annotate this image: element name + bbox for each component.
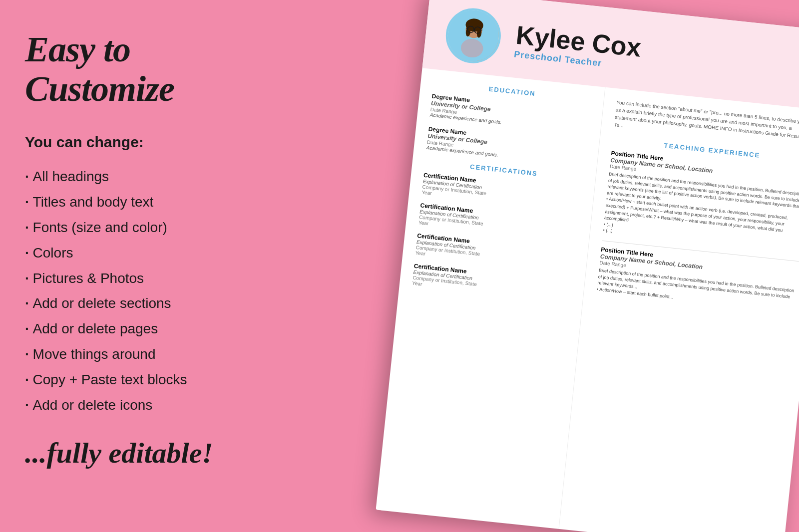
resume-container: Kylee Cox Preschool Teacher EDUCATION De… xyxy=(376,0,799,532)
change-list-item: Add or delete icons xyxy=(25,394,255,417)
resume-document: Kylee Cox Preschool Teacher EDUCATION De… xyxy=(376,0,799,532)
avatar xyxy=(443,5,503,66)
teaching-entry-2: Position Title Here Company Name or Scho… xyxy=(596,246,799,313)
change-list-item: Copy + Paste text blocks xyxy=(25,369,255,391)
change-list-item: All headings xyxy=(25,166,255,188)
left-panel: Easy to Customize You can change: All he… xyxy=(0,0,280,532)
change-list-item: Fonts (size and color) xyxy=(25,217,255,239)
change-list-item: Pictures & Photos xyxy=(25,267,255,290)
change-list-item: Colors xyxy=(25,242,255,265)
change-list-item: Add or delete sections xyxy=(25,292,255,315)
change-list-item: Add or delete pages xyxy=(25,318,255,340)
resume-body: EDUCATION Degree Name University or Coll… xyxy=(376,68,799,532)
change-list-item: Move things around xyxy=(25,343,255,366)
fully-editable-label: ...fully editable! xyxy=(25,436,255,470)
change-list: All headingsTitles and body textFonts (s… xyxy=(25,166,255,416)
main-title: Easy to Customize xyxy=(25,30,255,109)
you-can-change-label: You can change: xyxy=(25,134,255,151)
resume-name-section: Kylee Cox Preschool Teacher xyxy=(513,21,799,91)
change-list-item: Titles and body text xyxy=(25,191,255,214)
teaching-entry-1: Position Title Here Company Name or Scho… xyxy=(603,150,799,255)
